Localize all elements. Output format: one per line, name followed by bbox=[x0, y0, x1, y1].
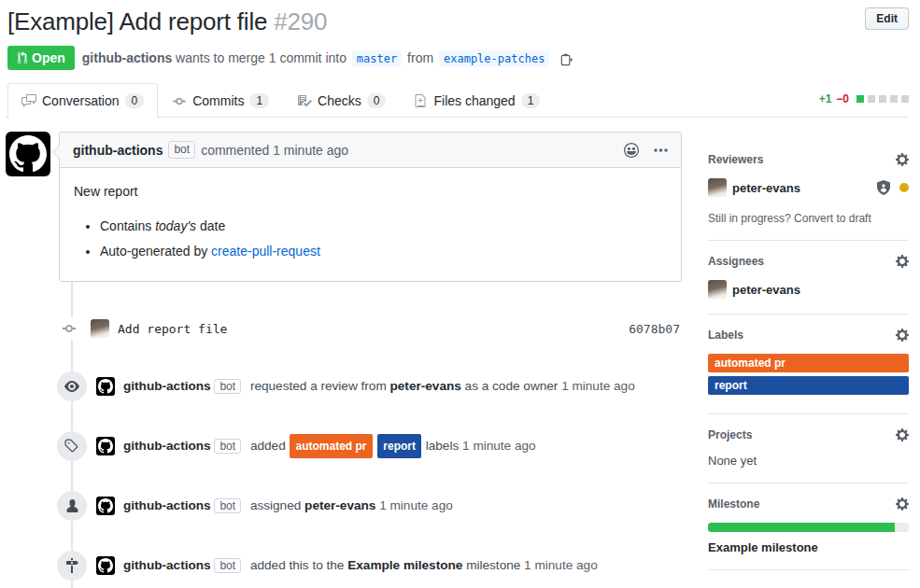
octocat-icon bbox=[9, 135, 47, 173]
comment-box: github-actions bot commented 1 minute ag… bbox=[59, 132, 682, 282]
reviewer-link[interactable]: peter-evans bbox=[732, 181, 800, 195]
diffstat-block-neutral bbox=[890, 95, 898, 103]
projects-empty-text: None yet bbox=[708, 454, 909, 468]
reviewer-name[interactable]: peter-evans bbox=[390, 379, 461, 393]
label-automated-pr[interactable]: automated pr bbox=[290, 434, 372, 458]
assignee-link[interactable]: peter-evans bbox=[732, 283, 800, 297]
bot-badge: bot bbox=[214, 439, 241, 454]
assignees-heading[interactable]: Assignees bbox=[708, 255, 764, 268]
assignee-name[interactable]: peter-evans bbox=[304, 498, 375, 512]
pending-review-dot bbox=[899, 183, 909, 192]
event-actor[interactable]: github-actions bbox=[123, 439, 211, 453]
label-automated-pr[interactable]: automated pr bbox=[708, 354, 909, 372]
sidebar-section-labels: Labels automated pr report bbox=[708, 315, 909, 414]
tab-commits-count: 1 bbox=[249, 93, 269, 108]
convert-to-draft-hint: Still in progress? Convert to draft bbox=[708, 212, 909, 225]
event-timestamp[interactable]: 1 minute ago bbox=[561, 379, 635, 393]
tab-checks-count: 0 bbox=[367, 93, 387, 108]
from-text: from bbox=[407, 50, 433, 65]
head-branch-label[interactable]: example-patches bbox=[439, 50, 549, 67]
milestone-heading[interactable]: Milestone bbox=[708, 497, 759, 511]
create-pull-request-link[interactable]: create-pull-request bbox=[211, 244, 320, 259]
comment-actions bbox=[624, 143, 668, 158]
label-report[interactable]: report bbox=[377, 434, 421, 458]
milestone-progress-bar bbox=[708, 523, 909, 532]
gear-icon[interactable] bbox=[896, 328, 909, 343]
event-timestamp[interactable]: 1 minute ago bbox=[462, 439, 536, 453]
gear-icon[interactable] bbox=[896, 497, 909, 511]
milestone-icon bbox=[57, 551, 87, 581]
octocat-icon bbox=[98, 439, 113, 454]
event-actor[interactable]: github-actions bbox=[123, 558, 211, 572]
pr-tab-bar: Conversation 0 Commits 1 Checks 0 Files … bbox=[6, 83, 909, 118]
convert-to-draft-link[interactable]: Convert to draft bbox=[794, 212, 871, 225]
discussion-timeline: github-actions bot commented 1 minute ag… bbox=[6, 132, 682, 581]
clipboard-icon bbox=[559, 52, 573, 66]
avatar[interactable] bbox=[6, 132, 50, 176]
base-branch-label[interactable]: master bbox=[352, 50, 402, 67]
avatar[interactable] bbox=[91, 319, 109, 338]
event-text: github-actions bot requested a review fr… bbox=[123, 376, 635, 397]
tab-files-changed-label: Files changed bbox=[433, 93, 515, 108]
tab-commits[interactable]: Commits 1 bbox=[158, 83, 283, 118]
checklist-icon bbox=[297, 93, 312, 108]
commit-sha-link[interactable]: 6078b07 bbox=[629, 322, 680, 336]
pr-author[interactable]: github-actions bbox=[82, 50, 172, 65]
gear-icon[interactable] bbox=[896, 427, 909, 442]
reviewer-row: peter-evans bbox=[708, 178, 909, 197]
avatar[interactable] bbox=[96, 437, 115, 455]
pr-sidebar: Reviewers peter-evans Still in progress?… bbox=[708, 132, 909, 581]
gear-icon[interactable] bbox=[896, 152, 909, 167]
diffstat-block-neutral bbox=[901, 95, 909, 103]
bot-badge: bot bbox=[214, 558, 241, 573]
labels-heading[interactable]: Labels bbox=[708, 329, 743, 342]
octocat-icon bbox=[98, 498, 113, 513]
gear-icon[interactable] bbox=[896, 254, 909, 269]
tab-checks[interactable]: Checks 0 bbox=[283, 83, 400, 118]
tab-files-changed[interactable]: Files changed 1 bbox=[400, 83, 554, 118]
comment-discussion-icon bbox=[21, 93, 36, 108]
event-actor[interactable]: github-actions bbox=[123, 498, 211, 512]
milestone-link[interactable]: Example milestone bbox=[708, 540, 909, 554]
tab-conversation[interactable]: Conversation 0 bbox=[7, 83, 158, 118]
merge-sentence: github-actions wants to merge 1 commit i… bbox=[82, 50, 573, 66]
comment-author[interactable]: github-actions bbox=[73, 143, 163, 158]
emoji-reaction-button[interactable] bbox=[624, 143, 639, 158]
status-badge: Open bbox=[7, 46, 75, 70]
pr-meta: Open github-actions wants to merge 1 com… bbox=[7, 46, 909, 70]
commit-row: Add report file 6078b07 bbox=[6, 315, 682, 342]
kebab-menu-button[interactable] bbox=[654, 148, 668, 152]
smiley-icon bbox=[624, 143, 639, 158]
comment-body: New report Contains today's date Auto-ge… bbox=[60, 168, 681, 281]
event-timestamp[interactable]: 1 minute ago bbox=[524, 558, 598, 572]
edit-button[interactable]: Edit bbox=[865, 7, 909, 30]
milestone-name[interactable]: Example milestone bbox=[347, 558, 462, 572]
projects-heading[interactable]: Projects bbox=[708, 428, 752, 441]
git-commit-icon bbox=[61, 317, 78, 340]
merge-text: wants to merge 1 commit into bbox=[176, 50, 347, 65]
diffstat-block-neutral bbox=[879, 95, 886, 103]
commit-message-link[interactable]: Add report file bbox=[118, 322, 227, 336]
avatar[interactable] bbox=[96, 497, 115, 515]
comment-intro: New report bbox=[74, 182, 667, 202]
event-text: github-actions bot assigned peter-evans … bbox=[123, 496, 453, 516]
tab-conversation-count: 0 bbox=[125, 93, 145, 108]
event-text: github-actions bot added automated pr re… bbox=[123, 434, 536, 458]
reviewers-heading[interactable]: Reviewers bbox=[708, 153, 763, 166]
label-report[interactable]: report bbox=[708, 376, 909, 395]
avatar[interactable] bbox=[96, 556, 115, 575]
copy-branch-button[interactable] bbox=[559, 52, 573, 66]
event-timestamp[interactable]: 1 minute ago bbox=[379, 498, 453, 512]
comment-timestamp[interactable]: commented 1 minute ago bbox=[201, 143, 348, 158]
italic-text: today's bbox=[155, 218, 196, 233]
diffstat-block-added bbox=[856, 95, 864, 103]
kebab-horizontal-icon bbox=[654, 148, 668, 152]
avatar[interactable] bbox=[708, 178, 727, 197]
avatar[interactable] bbox=[96, 377, 115, 396]
eye-icon bbox=[57, 371, 87, 401]
octocat-icon bbox=[98, 558, 113, 573]
pr-header: [Example] Add report file #290 Edit bbox=[6, 7, 909, 36]
tab-conversation-label: Conversation bbox=[42, 93, 120, 108]
avatar[interactable] bbox=[708, 280, 727, 299]
event-actor[interactable]: github-actions bbox=[123, 379, 211, 393]
